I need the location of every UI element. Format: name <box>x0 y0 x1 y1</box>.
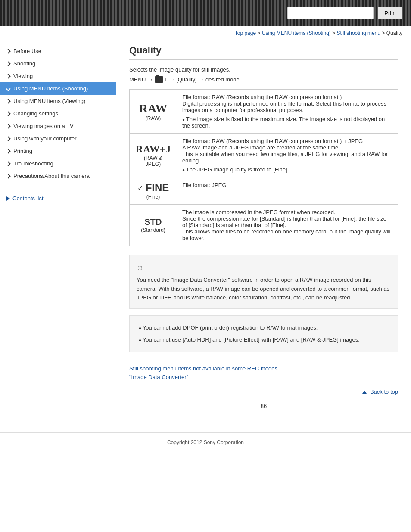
arrow-icon <box>6 124 10 128</box>
raw-label-cell: RAW (RAW) <box>130 90 177 134</box>
breadcrumb-current: Quality <box>386 30 402 36</box>
sidebar: Before Use Shooting Viewing Using MENU i… <box>0 40 116 428</box>
arrow-icon <box>6 161 10 166</box>
sidebar-item-printing[interactable]: Printing <box>0 145 116 157</box>
checkmark-icon: ✓ <box>137 184 143 192</box>
sidebar-item-label: Precautions/About this camera <box>13 173 90 179</box>
camera-icon <box>155 76 163 83</box>
sidebar-item-viewing-tv[interactable]: Viewing images on a TV <box>0 120 116 132</box>
arrow-right-icon <box>6 196 10 201</box>
arrow-icon <box>6 86 10 91</box>
fine-content-cell: File format: JPEG <box>177 177 398 205</box>
sidebar-item-label: Before Use <box>13 48 41 54</box>
table-row-std: STD (Standard) The image is compressed i… <box>130 205 398 246</box>
sidebar-item-label: Using with your computer <box>13 135 77 142</box>
breadcrumb: Top page > Using MENU items (Shooting) >… <box>0 26 411 40</box>
arrow-icon <box>6 174 10 178</box>
breadcrumb-using-menu[interactable]: Using MENU items (Shooting) <box>262 30 331 36</box>
sidebar-item-before-use[interactable]: Before Use <box>0 45 116 57</box>
sidebar-item-label: Viewing <box>13 73 33 79</box>
table-row-rawj: RAW+J (RAW &JPEG) File format: RAW (Reco… <box>130 134 398 177</box>
related-links: Still shooting menu items not available … <box>129 361 398 380</box>
warning-list: You cannot add DPOF (print order) regist… <box>137 322 391 345</box>
std-label-cell: STD (Standard) <box>130 205 177 246</box>
arrow-icon <box>6 136 10 141</box>
warning-box: You cannot add DPOF (print order) regist… <box>129 315 398 352</box>
fine-label-cell: ✓ FINE (Fine) <box>130 177 177 205</box>
main-content: Quality Selects the image quality for st… <box>116 40 411 428</box>
related-link-1[interactable]: Still shooting menu items not available … <box>129 365 398 372</box>
std-content-cell: The image is compressed in the JPEG form… <box>177 205 398 246</box>
print-button[interactable]: Print <box>378 7 402 19</box>
tip-icon: ☼ <box>137 261 391 274</box>
search-input[interactable] <box>287 7 374 19</box>
arrow-icon <box>6 111 10 116</box>
tip-box: ☼ You need the "Image Data Converter" so… <box>129 255 398 309</box>
contents-list-link[interactable]: Contents list <box>0 191 116 206</box>
sidebar-item-label: Printing <box>13 148 32 154</box>
sidebar-item-label: Shooting <box>13 60 35 67</box>
sidebar-item-using-menu-viewing[interactable]: Using MENU items (Viewing) <box>0 95 116 107</box>
raw-content-cell: File format: RAW (Records using the RAW … <box>177 90 398 134</box>
breadcrumb-top[interactable]: Top page <box>235 30 256 36</box>
sidebar-item-label: Using MENU items (Viewing) <box>13 98 85 104</box>
back-to-top-label: Back to top <box>370 389 398 395</box>
menu-path: MENU → 1 → [Quality] → desired mode <box>129 76 398 83</box>
footer: Copyright 2012 Sony Corporation <box>0 432 411 454</box>
tip-text: You need the "Image Data Converter" soft… <box>137 276 391 302</box>
arrow-icon <box>6 149 10 153</box>
back-to-top: Back to top <box>129 385 398 398</box>
sidebar-item-shooting[interactable]: Shooting <box>0 57 116 70</box>
related-link-2[interactable]: "Image Data Converter" <box>129 374 398 380</box>
header: Print <box>0 0 411 26</box>
arrow-icon <box>6 61 10 66</box>
sidebar-item-label: Changing settings <box>13 110 58 117</box>
sidebar-item-using-menu-shooting[interactable]: Using MENU items (Shooting) <box>0 82 116 95</box>
triangle-icon <box>362 391 367 394</box>
sidebar-item-viewing[interactable]: Viewing <box>0 70 116 82</box>
table-row-raw: RAW (RAW) File format: RAW (Records usin… <box>130 90 398 134</box>
breadcrumb-still-shooting[interactable]: Still shooting menu <box>337 30 380 36</box>
sidebar-item-precautions[interactable]: Precautions/About this camera <box>0 170 116 182</box>
description-text: Selects the image quality for still imag… <box>129 66 398 73</box>
table-row-fine: ✓ FINE (Fine) File format: JPEG <box>130 177 398 205</box>
main-layout: Before Use Shooting Viewing Using MENU i… <box>0 40 411 428</box>
back-to-top-link[interactable]: Back to top <box>362 389 398 395</box>
quality-table: RAW (RAW) File format: RAW (Records usin… <box>129 89 398 246</box>
arrow-icon <box>6 74 10 78</box>
arrow-icon <box>6 99 10 103</box>
page-number: 86 <box>129 398 398 414</box>
contents-list-label: Contents list <box>12 195 44 202</box>
rawj-label-cell: RAW+J (RAW &JPEG) <box>130 134 177 177</box>
sidebar-item-changing-settings[interactable]: Changing settings <box>0 107 116 120</box>
sidebar-item-label: Using MENU items (Shooting) <box>13 85 88 92</box>
page-title: Quality <box>129 45 398 60</box>
sidebar-item-troubleshooting[interactable]: Troubleshooting <box>0 157 116 170</box>
rawj-content-cell: File format: RAW (Records using the RAW … <box>177 134 398 177</box>
warning-item-1: You cannot add DPOF (print order) regist… <box>139 322 391 333</box>
sidebar-item-label: Troubleshooting <box>13 160 53 167</box>
arrow-icon <box>6 49 10 53</box>
copyright-text: Copyright 2012 Sony Corporation <box>167 439 244 445</box>
sidebar-item-label: Viewing images on a TV <box>13 123 74 129</box>
sidebar-item-using-computer[interactable]: Using with your computer <box>0 132 116 145</box>
warning-item-2: You cannot use [Auto HDR] and [Picture E… <box>139 334 391 345</box>
